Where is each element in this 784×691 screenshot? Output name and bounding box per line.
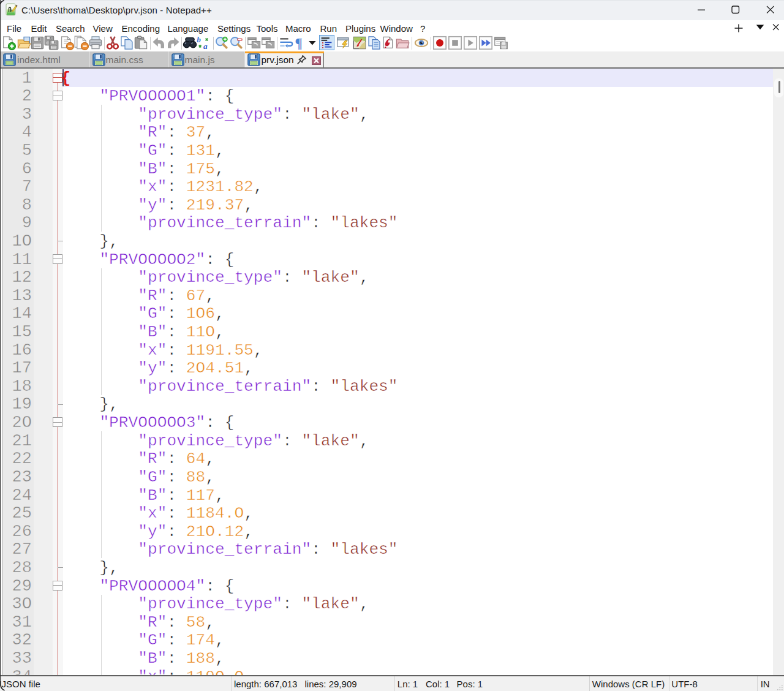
svg-text:b: b (197, 36, 201, 44)
svg-text:a: a (203, 41, 208, 50)
svg-text:¶: ¶ (295, 36, 303, 50)
